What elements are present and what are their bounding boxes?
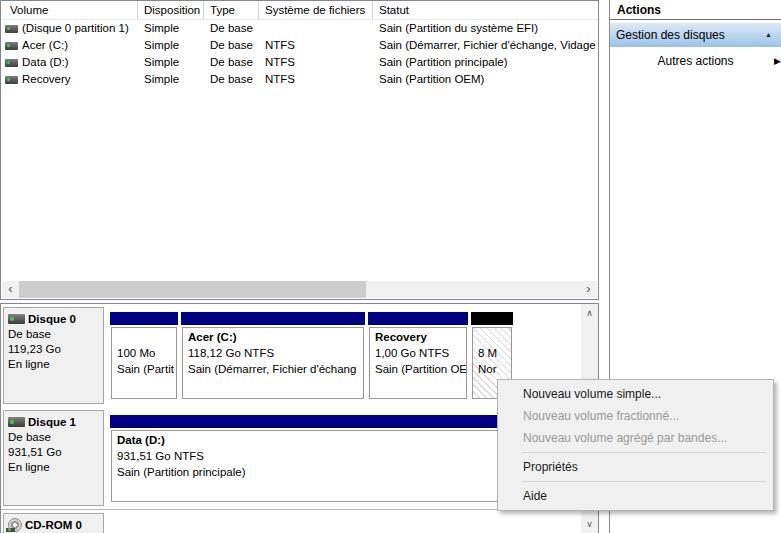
volume-filesystem: NTFS <box>259 37 373 54</box>
partition-status: Sain (Démarrer, Fichier d'échang <box>188 361 363 377</box>
partition-status: Sain (Partition OE <box>375 361 466 377</box>
volume-status: Sain (Partition OEM) <box>373 71 598 88</box>
disk-size: 931,51 Go <box>8 445 103 460</box>
partition-color-bar <box>471 312 513 325</box>
partition-size: 1,00 Go NTFS <box>375 345 466 361</box>
volume-filesystem <box>259 20 373 37</box>
actions-item-label: Autres actions <box>657 54 733 68</box>
volume-disposition: Simple <box>138 37 204 54</box>
menu-item-nouveau-volume-simple[interactable]: Nouveau volume simple... <box>498 383 773 405</box>
disk-label-disque1[interactable]: Disque 1 De base 931,51 Go En ligne <box>3 410 104 506</box>
hdd-icon <box>8 314 25 324</box>
partition-size: 8 M <box>478 345 511 361</box>
volume-status: Sain (Partition du système EFI) <box>373 20 598 37</box>
volume-filesystem: NTFS <box>259 54 373 71</box>
column-header-volume[interactable]: Volume <box>1 1 138 20</box>
disk-volume-icon <box>5 25 18 33</box>
disk-row-cdrom0: CD-ROM 0 <box>1 510 581 533</box>
volume-type: De base <box>204 71 259 88</box>
partition-color-bar <box>110 312 178 325</box>
menu-item-proprietes[interactable]: Propriétés <box>498 456 773 478</box>
disk-name: CD-ROM 0 <box>25 518 82 533</box>
menu-item-nouveau-volume-fractionne: Nouveau volume fractionné... <box>498 405 773 427</box>
disk-name: Disque 1 <box>28 415 76 430</box>
volume-disposition: Simple <box>138 71 204 88</box>
scroll-down-icon[interactable]: ∨ <box>581 516 598 533</box>
scroll-right-icon[interactable]: › <box>580 281 597 298</box>
partition-title <box>478 329 511 345</box>
scrollbar-thumb[interactable] <box>19 281 366 298</box>
menu-item-aide[interactable]: Aide <box>498 485 773 507</box>
menu-separator <box>522 452 766 453</box>
table-row[interactable]: Data (D:) Simple De base NTFS Sain (Part… <box>1 54 598 71</box>
scroll-up-icon[interactable]: ∧ <box>581 305 598 322</box>
column-header-filesystem[interactable]: Système de fichiers <box>259 1 373 20</box>
table-row[interactable]: (Disque 0 partition 1) Simple De base Sa… <box>1 20 598 37</box>
volume-table-header: Volume Disposition Type Système de fichi… <box>1 1 598 20</box>
cd-rom-icon <box>8 518 22 532</box>
partition-color-bar <box>181 312 365 325</box>
partition-size: 100 Mo <box>117 345 176 361</box>
scroll-left-icon[interactable]: ‹ <box>2 281 19 298</box>
partition-recovery[interactable]: Recovery 1,00 Go NTFS Sain (Partition OE <box>368 310 468 401</box>
volume-name: Data (D:) <box>22 54 69 71</box>
disk-row-disque0: Disque 0 De base 119,23 Go En ligne 100 … <box>1 304 581 408</box>
volume-status: Sain (Démarrer, Fichier d'échange, Vidag… <box>373 37 598 54</box>
volume-name: Recovery <box>22 71 71 88</box>
volume-type: De base <box>204 37 259 54</box>
volume-name: (Disque 0 partition 1) <box>22 20 129 37</box>
disk-management-window: Volume Disposition Type Système de fichi… <box>0 0 781 533</box>
partition-color-bar <box>368 312 468 325</box>
volume-type: De base <box>204 54 259 71</box>
volume-list-pane: Volume Disposition Type Système de fichi… <box>0 0 599 300</box>
disk-volume-icon <box>5 42 18 50</box>
menu-separator <box>522 481 766 482</box>
menu-item-nouveau-volume-agrege: Nouveau volume agrégé par bandes... <box>498 427 773 449</box>
disk-type: De base <box>8 430 103 445</box>
submenu-arrow-icon: ▶ <box>774 56 781 66</box>
disk-name: Disque 0 <box>28 312 76 327</box>
collapse-icon[interactable]: ▲ <box>765 31 772 38</box>
partition-size: 118,12 Go NTFS <box>188 345 363 361</box>
disk-status: En ligne <box>8 460 103 475</box>
volume-type: De base <box>204 20 259 37</box>
column-header-status[interactable]: Statut <box>373 1 598 20</box>
disk-volume-icon <box>5 76 18 84</box>
volume-name: Acer (C:) <box>22 37 68 54</box>
partition-status: Sain (Partit <box>117 361 176 377</box>
column-header-type[interactable]: Type <box>204 1 259 20</box>
disk-row-disque1: Disque 1 De base 931,51 Go En ligne Data… <box>1 407 581 510</box>
volume-disposition: Simple <box>138 54 204 71</box>
column-header-disposition[interactable]: Disposition <box>138 1 204 20</box>
partition-title: Recovery <box>375 329 466 345</box>
partition-acer-c[interactable]: Acer (C:) 118,12 Go NTFS Sain (Démarrer,… <box>181 310 365 401</box>
actions-panel-title: Actions <box>610 0 781 20</box>
partition-status: Nor <box>478 361 511 377</box>
disk-label-disque0[interactable]: Disque 0 De base 119,23 Go En ligne <box>3 307 104 404</box>
hdd-icon <box>8 417 25 427</box>
disk-size: 119,23 Go <box>8 342 103 357</box>
horizontal-scrollbar[interactable]: ‹ › <box>2 281 597 298</box>
volume-filesystem: NTFS <box>259 71 373 88</box>
partition-title: Acer (C:) <box>188 329 363 345</box>
partition-efi[interactable]: 100 Mo Sain (Partit <box>110 310 178 401</box>
volume-status: Sain (Partition principale) <box>373 54 598 71</box>
actions-item-autres-actions[interactable]: Autres actions ▶ <box>610 51 781 71</box>
disk-volume-icon <box>5 59 18 67</box>
partition-title <box>117 329 176 345</box>
disk-type: De base <box>8 327 103 342</box>
actions-item-gestion-des-disques[interactable]: Gestion des disques ▲ <box>610 23 781 47</box>
table-row[interactable]: Acer (C:) Simple De base NTFS Sain (Déma… <box>1 37 598 54</box>
table-row[interactable]: Recovery Simple De base NTFS Sain (Parti… <box>1 71 598 88</box>
disk-label-cdrom0[interactable]: CD-ROM 0 <box>3 513 104 533</box>
volume-disposition: Simple <box>138 20 204 37</box>
disk-status: En ligne <box>8 357 103 372</box>
context-menu: Nouveau volume simple... Nouveau volume … <box>497 379 774 511</box>
actions-item-label: Gestion des disques <box>616 28 725 42</box>
